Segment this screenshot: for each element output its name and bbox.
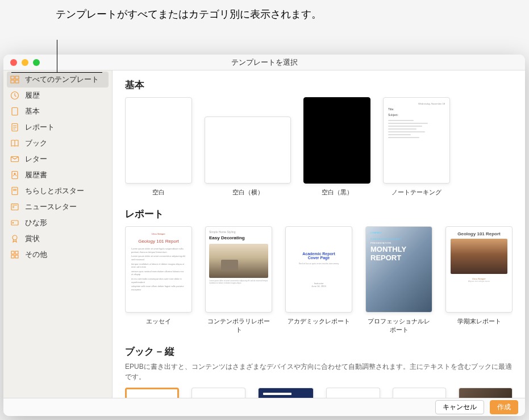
titlebar: テンプレートを選択 [3,55,525,70]
report-icon [10,123,19,132]
template-label: 空白（横） [232,188,264,196]
book-templates-row [125,388,513,398]
thumb-professional: COMPANY SUNDERSEETSHART PRESENTATION MON… [365,226,432,313]
cancel-button[interactable]: キャンセル [435,400,484,414]
sidebar-item-label: ひな形 [25,218,47,228]
sidebar-item-label: 賞状 [25,234,40,244]
template-label: コンテンポラリレポート [205,317,273,334]
svg-rect-11 [13,189,16,191]
sidebar-item-label: 履歴書 [25,170,47,180]
create-button[interactable]: 作成 [490,400,518,414]
thumb-blank-black [303,97,370,184]
sidebar-item-stationery[interactable]: ひな形 [3,215,112,231]
doc-icon [10,107,19,116]
ribbon-icon [10,234,19,243]
card-icon [10,218,19,227]
minimize-window-button[interactable] [22,59,28,66]
sidebar-item-history[interactable]: 履歴 [3,88,112,103]
template-book-4[interactable] [326,388,380,398]
template-label: エッセイ [146,317,171,325]
svg-rect-1 [15,76,19,79]
template-academic[interactable]: Academic Report Cover Page Sed et lacus … [285,226,352,334]
news-icon [10,202,19,211]
template-chooser-window: テンプレートを選択 すべてのテンプレート 履歴 基本 レポート ブック [3,55,525,416]
section-basic: 基本 空白 空白（横） 空白（黒） [125,78,513,196]
svg-point-15 [13,235,17,240]
svg-rect-12 [11,204,18,210]
template-label: プロフェッショナルレポート [365,317,433,334]
template-essay[interactable]: Urna Semper Geology 101 Report Lorem ips… [125,226,192,334]
window-body: すべてのテンプレート 履歴 基本 レポート ブック レター [3,70,525,398]
sidebar-item-report[interactable]: レポート [3,119,112,135]
sidebar-item-newsletter[interactable]: ニュースレター [3,199,112,215]
svg-rect-0 [11,76,14,79]
window-title: テンプレートを選択 [231,57,298,68]
zoom-window-button[interactable] [33,59,40,66]
basic-templates-row: 空白 空白（横） 空白（黒） Wednesday, November 18 Ti… [125,97,513,196]
book-icon [10,139,19,148]
close-window-button[interactable] [10,59,17,66]
sidebar-item-certificate[interactable]: 賞状 [3,231,112,247]
grid-icon [10,75,19,84]
sidebar-item-resume[interactable]: 履歴書 [3,167,112,183]
section-book: ブック – 縦 EPUBに書き出すと、コンテンツはさまざまなデバイスや方向に合わ… [125,345,513,398]
template-label: 空白（黒） [322,188,353,196]
svg-rect-19 [15,255,18,258]
thumb-semester: Geology 101 Report Urna Semper Aliquam e… [445,226,513,313]
sidebar-item-label: 履歴 [25,90,40,101]
sidebar-item-flyer[interactable]: ちらしとポスター [3,183,112,199]
thumb-academic: Academic Report Cover Page Sed et lacus … [285,226,352,313]
sidebar-item-label: その他 [25,249,47,260]
footer: キャンセル 作成 [3,398,525,416]
svg-rect-16 [11,251,14,254]
thumb-notetaking: Wednesday, November 18 Title: Subject: [383,97,450,184]
sidebar-item-label: ニュースレター [25,202,77,212]
section-report: レポート Urna Semper Geology 101 Report Lore… [125,207,513,334]
template-book-1[interactable] [125,388,179,398]
template-book-2[interactable] [191,388,245,398]
content-area[interactable]: 基本 空白 空白（横） 空白（黒） [113,70,525,398]
template-label: アカデミックレポート [288,317,350,325]
sidebar-item-label: ちらしとポスター [25,186,84,196]
thumb-essay: Urna Semper Geology 101 Report Lorem ips… [125,226,192,313]
help-annotation: テンプレートがすべてまたはカテゴリ別に表示されます。 [56,7,322,22]
sidebar-item-label: すべてのテンプレート [25,74,99,85]
template-contemporary[interactable]: Simple Home Styling Easy Decorating Lore… [205,226,273,334]
traffic-lights [10,59,40,66]
svg-rect-18 [11,255,14,258]
template-book-6[interactable] [459,388,513,398]
thumb-blank-landscape [205,117,291,184]
grid2-icon [10,250,19,259]
annotation-line [57,40,57,73]
sidebar-item-other[interactable]: その他 [3,247,112,263]
svg-rect-17 [15,251,18,254]
sidebar-item-label: ブック [25,138,47,148]
person-icon [10,171,19,180]
template-label: 空白 [152,188,165,196]
report-templates-row: Urna Semper Geology 101 Report Lorem ips… [125,226,513,334]
mail-icon [10,155,19,164]
poster-icon [10,186,19,196]
sidebar-item-label: レター [25,154,47,164]
template-book-5[interactable] [393,388,447,398]
sidebar-item-label: レポート [25,122,55,132]
template-blank[interactable]: 空白 [125,97,192,196]
sidebar: すべてのテンプレート 履歴 基本 レポート ブック レター [3,70,113,398]
clock-icon [10,91,19,100]
template-notetaking[interactable]: Wednesday, November 18 Title: Subject: ノ… [383,97,450,196]
sidebar-item-label: 基本 [25,106,40,117]
thumb-blank [125,97,192,184]
template-book-3[interactable] [258,388,314,398]
section-title-book: ブック – 縦 [125,345,513,358]
svg-point-9 [14,173,16,174]
sidebar-item-book[interactable]: ブック [3,135,112,151]
section-title-basic: 基本 [125,78,513,92]
template-blank-landscape[interactable]: 空白（横） [205,97,291,196]
section-subtitle-book: EPUBに書き出すと、コンテンツはさまざまなデバイスや方向に合わせて自動調整され… [125,361,513,382]
sidebar-item-basic[interactable]: 基本 [3,103,112,119]
template-blank-black[interactable]: 空白（黒） [303,97,370,196]
template-semester[interactable]: Geology 101 Report Urna Semper Aliquam e… [445,226,513,334]
template-professional[interactable]: COMPANY SUNDERSEETSHART PRESENTATION MON… [365,226,433,334]
sidebar-item-all-templates[interactable]: すべてのテンプレート [7,72,109,88]
sidebar-item-letter[interactable]: レター [3,151,112,167]
